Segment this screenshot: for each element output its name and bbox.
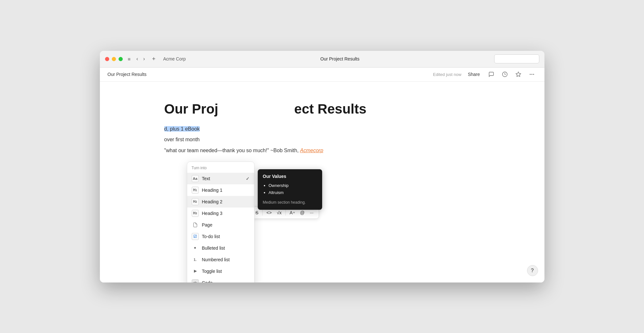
- traffic-lights: [105, 57, 123, 61]
- doc-title-text: Our Project Results: [164, 101, 291, 116]
- dropdown-item-h3[interactable]: H3 Heading 3: [187, 208, 254, 219]
- history-button[interactable]: [500, 70, 510, 79]
- h1-icon: H1: [192, 187, 199, 194]
- more-button[interactable]: [527, 70, 537, 79]
- minimize-button[interactable]: [112, 57, 116, 61]
- color-button[interactable]: A ▾: [288, 209, 297, 217]
- dropdown-item-toggle[interactable]: ▶ Toggle list: [187, 265, 254, 277]
- page-title: Our Project Results: [108, 72, 147, 77]
- doc-title: Our Project Results ect Results: [164, 101, 480, 117]
- share-button[interactable]: Share: [465, 70, 482, 78]
- tooltip-list: Ownership Altruism: [263, 182, 317, 196]
- topbar: Our Project Results Edited just now Shar…: [100, 68, 544, 82]
- h1-label: Heading 1: [202, 188, 223, 193]
- tooltip-title: Our Values: [263, 174, 317, 179]
- bulleted-label: Bulleted list: [202, 245, 225, 251]
- more-toolbar-button[interactable]: ···: [308, 209, 316, 217]
- bulleted-icon: •: [192, 245, 199, 252]
- doc-area: Our Project Results ect Results d, plus …: [100, 82, 544, 170]
- help-button[interactable]: ?: [527, 265, 538, 276]
- mention-button[interactable]: @: [298, 209, 306, 217]
- doc-text-3: "what our team needed—thank you so much!…: [164, 148, 300, 153]
- acmecorp-link[interactable]: Acmecorp: [300, 148, 323, 153]
- edited-status: Edited just now: [433, 72, 461, 77]
- doc-title-visible: ect Results: [294, 101, 366, 116]
- topbar-actions: Edited just now Share: [433, 70, 537, 79]
- dropdown-item-todo[interactable]: ☑ To-do list: [187, 231, 254, 242]
- menu-icon[interactable]: ≡: [128, 56, 131, 62]
- nav-buttons: ‹ ›: [134, 55, 147, 63]
- text-icon: Aa: [192, 175, 199, 182]
- search-box[interactable]: [494, 54, 539, 63]
- text-label: Text: [202, 176, 210, 181]
- back-button[interactable]: ‹: [134, 55, 140, 63]
- dropdown-item-text[interactable]: Aa Text ✓: [187, 173, 254, 184]
- math-button[interactable]: √x: [275, 209, 284, 217]
- numbered-icon: 1.: [192, 256, 199, 263]
- doc-line-3: "what our team needed—thank you so much!…: [164, 146, 480, 155]
- selected-checkmark: ✓: [246, 176, 250, 181]
- maximize-button[interactable]: [119, 57, 123, 61]
- svg-point-3: [531, 74, 532, 75]
- center-title: Our Project Results: [186, 56, 494, 61]
- code-icon: </>: [192, 279, 199, 282]
- tooltip-popup: Our Values Ownership Altruism Medium sec…: [258, 169, 322, 210]
- comment-button[interactable]: [486, 70, 496, 79]
- toolbar-divider-2: [285, 210, 286, 216]
- dropdown-item-h2[interactable]: H2 Heading 2: [187, 196, 254, 208]
- h2-label: Heading 2: [202, 199, 223, 204]
- page-icon: [192, 221, 199, 228]
- dropdown-item-page[interactable]: Page: [187, 219, 254, 231]
- dropdown-item-h1[interactable]: H1 Heading 1: [187, 184, 254, 196]
- tooltip-list-item-2: Altruism: [269, 189, 317, 196]
- tooltip-description: Medium section heading.: [263, 199, 317, 205]
- titlebar-right: [494, 54, 539, 63]
- dropdown-item-numbered[interactable]: 1. Numbered list: [187, 254, 254, 265]
- favorite-button[interactable]: [514, 70, 523, 79]
- numbered-label: Numbered list: [202, 257, 230, 262]
- code-inline-button[interactable]: <>: [264, 209, 274, 217]
- doc-text-2: over first month: [164, 137, 200, 142]
- dropdown-header: Turn into: [187, 164, 254, 173]
- h3-label: Heading 3: [202, 211, 223, 216]
- turn-into-dropdown: Turn into Aa Text ✓ H1 Heading 1 H2 Head…: [187, 162, 255, 282]
- svg-marker-1: [516, 72, 521, 77]
- toolbar-divider-1: [262, 210, 263, 216]
- titlebar: ≡ ‹ › + Acme Corp Our Project Results: [100, 51, 544, 68]
- toggle-label: Toggle list: [202, 269, 222, 274]
- doc-line-1: d, plus 1 eBook: [164, 125, 480, 133]
- doc-content: d, plus 1 eBook over first month "what o…: [164, 125, 480, 155]
- code-label: Code: [202, 280, 213, 282]
- add-button[interactable]: +: [149, 54, 158, 64]
- todo-icon: ☑: [192, 233, 199, 240]
- highlighted-text-1: d, plus 1 eBook: [164, 126, 200, 132]
- main-content: Our Project Results ect Results d, plus …: [100, 82, 544, 282]
- breadcrumb: Acme Corp: [163, 56, 186, 61]
- forward-button[interactable]: ›: [141, 55, 147, 63]
- toggle-icon: ▶: [192, 268, 199, 275]
- app-window: ≡ ‹ › + Acme Corp Our Project Results Ou…: [100, 51, 544, 282]
- dropdown-item-code[interactable]: </> Code: [187, 277, 254, 282]
- doc-line-2: over first month: [164, 135, 480, 144]
- dropdown-item-bulleted[interactable]: • Bulleted list: [187, 242, 254, 254]
- svg-point-4: [533, 74, 534, 75]
- page-label: Page: [202, 222, 213, 227]
- svg-point-2: [530, 74, 531, 75]
- h2-icon: H2: [192, 198, 199, 205]
- close-button[interactable]: [105, 57, 109, 61]
- todo-label: To-do list: [202, 234, 220, 239]
- tooltip-list-item-1: Ownership: [269, 182, 317, 189]
- h3-icon: H3: [192, 210, 199, 217]
- strikethrough-button[interactable]: S: [254, 209, 260, 217]
